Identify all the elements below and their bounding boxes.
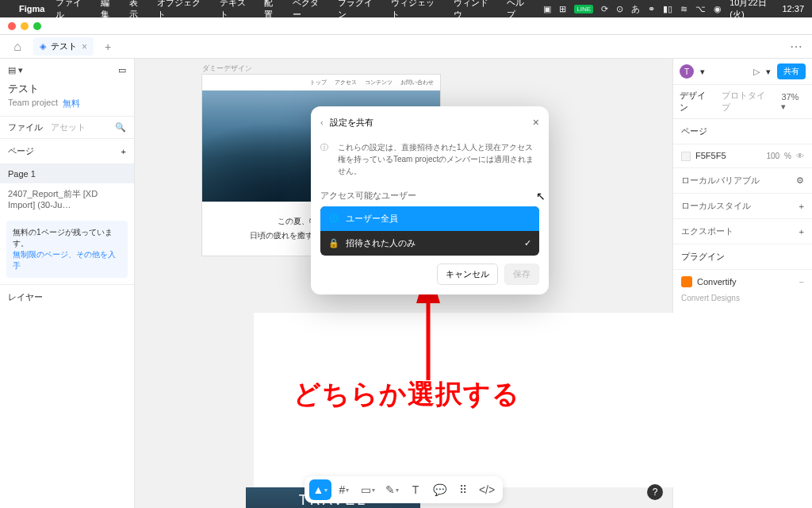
close-tab-icon[interactable]: × xyxy=(82,41,87,52)
menu-text[interactable]: テキスト xyxy=(220,0,254,21)
panel-toggle-icon[interactable]: ▭ xyxy=(118,65,126,75)
tool-actions[interactable]: ⠿ xyxy=(452,479,474,500)
plugin-section-label: プラグイン xyxy=(681,251,725,263)
background-color-row[interactable]: F5F5F5 100 % 👁 xyxy=(673,144,812,168)
status-icon[interactable]: ⊞ xyxy=(559,4,566,14)
bg-hex[interactable]: F5F5F5 xyxy=(695,151,726,160)
plugin-icon[interactable] xyxy=(681,276,692,287)
add-export-button[interactable]: + xyxy=(799,227,804,237)
line-icon[interactable]: LINE xyxy=(574,5,593,13)
bg-unit: % xyxy=(784,152,791,160)
menu-view[interactable]: 表示 xyxy=(129,0,146,21)
minimize-window-button[interactable] xyxy=(21,22,29,30)
modal-section-label: アクセス可能なユーザー xyxy=(311,183,549,206)
menu-edit[interactable]: 編集 xyxy=(101,0,117,21)
modal-title: 設定を共有 xyxy=(330,117,373,129)
figma-logo-icon[interactable]: ▤ ▾ xyxy=(8,65,23,75)
access-dropdown[interactable]: 🌐 ユーザー全員 🔒 招待された人のみ ✓ xyxy=(320,206,539,256)
export-label[interactable]: エクスポート xyxy=(681,225,733,237)
page-item-active[interactable]: Page 1 xyxy=(0,164,134,183)
search-icon[interactable]: 🔍 xyxy=(115,122,126,133)
tool-shape[interactable]: ▭▾ xyxy=(357,479,379,500)
file-tab[interactable]: ◈ テスト × xyxy=(33,37,94,56)
add-style-button[interactable]: + xyxy=(799,202,804,211)
menu-object[interactable]: オブジェクト xyxy=(157,0,208,21)
plugin-name[interactable]: Convertify xyxy=(697,277,737,287)
page-item[interactable]: 2407_Report_前半 [XD Import] (30-Ju… xyxy=(0,183,134,214)
team-name[interactable]: Team project xyxy=(8,98,58,110)
workspace: ▤ ▾ ▭ テスト Team project 無料 ファイル アセット 🔍 ペー… xyxy=(0,59,812,508)
present-chevron-icon[interactable]: ▾ xyxy=(766,67,771,77)
tool-move[interactable]: ▲▾ xyxy=(309,479,331,500)
zoom-window-button[interactable] xyxy=(33,22,41,30)
right-tab-design[interactable]: デザイン xyxy=(680,90,714,114)
status-icon[interactable]: ⟳ xyxy=(601,4,608,14)
lock-icon: 🔒 xyxy=(328,238,339,248)
access-option-invited[interactable]: 🔒 招待された人のみ ✓ xyxy=(320,231,539,256)
variables-settings-icon[interactable]: ⚙ xyxy=(796,175,804,186)
avatar[interactable]: T xyxy=(680,64,694,79)
add-page-button[interactable]: + xyxy=(121,147,126,156)
bg-opacity[interactable]: 100 xyxy=(766,152,779,160)
menu-vector[interactable]: ベクター xyxy=(293,0,327,21)
pages-label: ページ xyxy=(8,145,34,157)
tool-pen[interactable]: ✎▾ xyxy=(381,479,403,500)
left-tab-asset[interactable]: アセット xyxy=(51,121,86,133)
color-swatch[interactable] xyxy=(681,152,691,161)
share-button[interactable]: 共有 xyxy=(777,64,806,79)
bluetooth-icon[interactable]: ⚭ xyxy=(648,4,655,14)
check-icon: ✓ xyxy=(524,238,531,248)
ime-icon[interactable]: あ xyxy=(631,3,640,15)
siri-icon[interactable]: ◉ xyxy=(714,4,722,14)
canvas[interactable]: ダミーデザイン トップ アクセス コンテンツ お問い合わせ この夏、特別な時間を… xyxy=(135,59,672,508)
access-option-everyone[interactable]: 🌐 ユーザー全員 xyxy=(320,206,539,231)
upgrade-link[interactable]: 無制限のページ、その他を入手 xyxy=(13,250,116,270)
file-tab-label: テスト xyxy=(51,40,77,52)
tool-frame[interactable]: #▾ xyxy=(333,479,355,500)
menubar-date[interactable]: 10月22日(火) xyxy=(730,0,774,21)
present-button[interactable]: ▷ xyxy=(753,67,760,77)
modal-back-button[interactable]: ‹ xyxy=(320,117,324,127)
control-center-icon[interactable]: ⌥ xyxy=(695,4,706,14)
figma-tabbar: ⌂ ◈ テスト × + ⋯ xyxy=(0,35,812,59)
tool-comment[interactable]: 💬 xyxy=(428,479,450,500)
menu-plugins[interactable]: プラグイン xyxy=(338,0,381,21)
status-icon[interactable]: ⊙ xyxy=(616,4,623,14)
help-button[interactable]: ? xyxy=(647,484,663,500)
status-icon[interactable]: ▣ xyxy=(543,4,551,14)
tool-text[interactable]: T xyxy=(404,479,427,500)
plugin-remove-button[interactable]: − xyxy=(799,277,804,287)
tab-overflow-button[interactable]: ⋯ xyxy=(790,39,804,54)
local-styles-label[interactable]: ローカルスタイル xyxy=(681,200,751,212)
wifi-icon[interactable]: ≋ xyxy=(680,4,688,14)
left-tab-file[interactable]: ファイル xyxy=(8,121,43,133)
right-tab-prototype[interactable]: プロトタイプ xyxy=(722,90,773,114)
menu-widgets[interactable]: ウィジェット xyxy=(391,0,442,21)
cancel-button[interactable]: キャンセル xyxy=(437,264,498,285)
local-variables-label[interactable]: ローカルバリアブル xyxy=(681,175,760,187)
frame-label[interactable]: ダミーデザイン xyxy=(202,64,252,74)
avatar-chevron-icon[interactable]: ▾ xyxy=(700,67,705,77)
save-button[interactable]: 保存 xyxy=(504,264,539,285)
home-button[interactable]: ⌂ xyxy=(8,38,27,56)
new-tab-button[interactable]: + xyxy=(100,40,116,53)
menu-help[interactable]: ヘルプ xyxy=(507,0,532,21)
app-name[interactable]: Figma xyxy=(19,4,44,13)
modal-close-button[interactable]: × xyxy=(533,116,539,129)
file-tab-icon: ◈ xyxy=(40,41,46,52)
visibility-toggle-icon[interactable]: 👁 xyxy=(796,152,804,160)
close-window-button[interactable] xyxy=(8,22,16,30)
tool-dev[interactable]: </> xyxy=(476,479,498,500)
menubar-time[interactable]: 12:37 xyxy=(782,4,804,13)
zoom-level[interactable]: 37% ▾ xyxy=(781,92,806,112)
annotation-text: どちらか選択する xyxy=(293,376,520,413)
mock-nav-item: トップ xyxy=(310,79,327,87)
macos-menubar: Figma ファイル 編集 表示 オブジェクト テキスト 配置 ベクター プラグ… xyxy=(0,0,812,17)
menu-arrange[interactable]: 配置 xyxy=(264,0,281,21)
layers-label: レイヤー xyxy=(0,284,134,310)
file-title[interactable]: テスト xyxy=(8,82,126,96)
menu-file[interactable]: ファイル xyxy=(56,0,90,21)
menu-window[interactable]: ウィンドウ xyxy=(454,0,496,21)
plan-badge[interactable]: 無料 xyxy=(63,98,80,110)
battery-icon[interactable]: ▮▯ xyxy=(663,4,672,14)
